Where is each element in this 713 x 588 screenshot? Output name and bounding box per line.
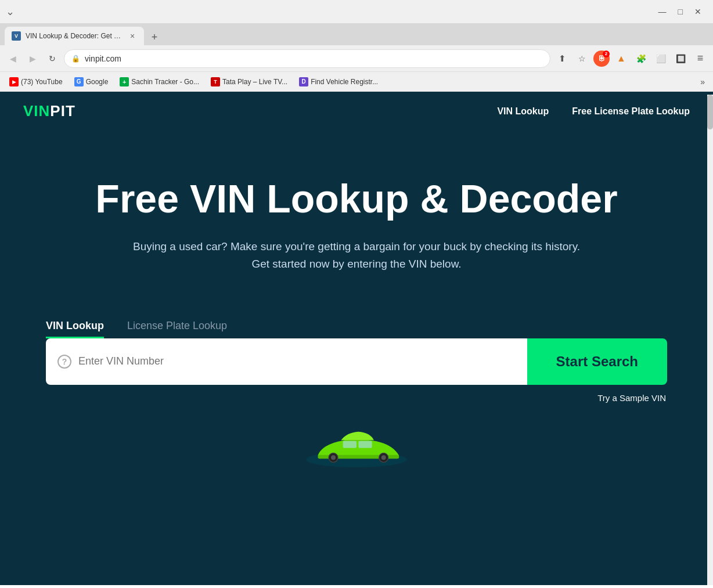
website-content: VINPIT VIN Lookup Free License Plate Loo… bbox=[0, 92, 713, 585]
hero-subtitle: Buying a used car? Make sure you're gett… bbox=[130, 238, 583, 273]
lock-icon: 🔒 bbox=[71, 55, 80, 63]
window-maximize-btn[interactable]: □ bbox=[678, 7, 683, 16]
bookmark-find[interactable]: D Find Vehicle Registr... bbox=[294, 75, 383, 89]
logo-vin: VIN bbox=[23, 102, 50, 120]
url-bar[interactable]: 🔒 vinpit.com bbox=[64, 49, 550, 68]
try-sample-section: Try a Sample VIN bbox=[46, 393, 666, 403]
bookmark-tata-label: Tata Play – Live TV... bbox=[222, 78, 287, 86]
window-close-btn[interactable]: ✕ bbox=[694, 7, 701, 16]
scrollbar-thumb[interactable] bbox=[707, 95, 713, 129]
svg-point-5 bbox=[381, 455, 386, 460]
bookmark-google-label: Google bbox=[86, 78, 109, 86]
scrollbar[interactable] bbox=[707, 95, 713, 585]
title-bar: ⌄ — □ ✕ bbox=[0, 0, 713, 23]
start-search-button[interactable]: Start Search bbox=[527, 338, 667, 385]
bookmarks-more-btn[interactable]: » bbox=[697, 75, 708, 89]
back-btn[interactable]: ◀ bbox=[5, 50, 21, 67]
nav-free-lookup[interactable]: Free License Plate Lookup bbox=[572, 106, 690, 117]
bookmark-sachin-label: Sachin Tracker - Go... bbox=[131, 78, 199, 86]
bookmark-sachin[interactable]: + Sachin Tracker - Go... bbox=[115, 75, 204, 89]
bookmark-google[interactable]: G Google bbox=[70, 75, 113, 89]
share-btn[interactable]: ⬆ bbox=[554, 50, 570, 67]
bookmark-youtube[interactable]: ▶ (73) YouTube bbox=[5, 75, 67, 89]
window-restore-btn[interactable]: ⌄ bbox=[6, 5, 15, 18]
bookmarks-bar: ▶ (73) YouTube G Google + Sachin Tracker… bbox=[0, 72, 713, 92]
active-tab[interactable]: V VIN Lookup & Decoder: Get Free... × bbox=[5, 27, 144, 45]
reload-btn[interactable]: ↻ bbox=[44, 50, 60, 67]
car-image-area bbox=[0, 415, 713, 473]
topaz-btn[interactable]: ▲ bbox=[613, 50, 629, 67]
menu-btn[interactable]: ≡ bbox=[692, 50, 708, 67]
sachin-favicon: + bbox=[120, 77, 129, 86]
bookmark-find-label: Find Vehicle Registr... bbox=[311, 78, 378, 86]
extensions-btn[interactable]: 🧩 bbox=[633, 50, 649, 67]
search-box: ? Start Search bbox=[46, 338, 667, 385]
tab-favicon: V bbox=[12, 31, 21, 41]
svg-rect-6 bbox=[343, 441, 356, 448]
search-help-icon[interactable]: ? bbox=[57, 355, 71, 369]
tab-close-btn[interactable]: × bbox=[128, 31, 137, 41]
car-image bbox=[298, 415, 415, 473]
search-tabs: VIN Lookup License Plate Lookup bbox=[46, 320, 667, 338]
tab-plate-lookup[interactable]: License Plate Lookup bbox=[127, 320, 227, 338]
svg-rect-7 bbox=[358, 441, 372, 448]
new-tab-btn[interactable]: + bbox=[146, 29, 163, 45]
google-favicon: G bbox=[74, 77, 84, 86]
brave-badge: 2 bbox=[603, 50, 610, 57]
tab-vin-lookup[interactable]: VIN Lookup bbox=[46, 320, 104, 338]
nav-vin-lookup[interactable]: VIN Lookup bbox=[497, 106, 549, 117]
brave-shield-btn[interactable]: ⛨ 2 bbox=[593, 50, 610, 67]
search-section: VIN Lookup License Plate Lookup ? Start … bbox=[23, 308, 690, 403]
svg-point-3 bbox=[331, 455, 336, 460]
hero-section: Free VIN Lookup & Decoder Buying a used … bbox=[0, 131, 713, 308]
vin-input[interactable] bbox=[78, 355, 516, 367]
wallet-btn[interactable]: 🔲 bbox=[672, 50, 689, 67]
browser-window: ⌄ — □ ✕ V VIN Lookup & Decoder: Get Free… bbox=[0, 0, 713, 585]
window-minimize-btn[interactable]: — bbox=[658, 7, 667, 16]
nav-links: VIN Lookup Free License Plate Lookup bbox=[497, 106, 690, 117]
tab-bar: V VIN Lookup & Decoder: Get Free... × + bbox=[0, 23, 713, 45]
search-input-wrap: ? bbox=[46, 338, 527, 385]
forward-btn[interactable]: ▶ bbox=[24, 50, 41, 67]
url-text: vinpit.com bbox=[85, 54, 121, 63]
logo-pit: PIT bbox=[50, 102, 75, 120]
youtube-favicon: ▶ bbox=[9, 77, 19, 86]
find-favicon: D bbox=[299, 77, 308, 86]
bookmark-tata[interactable]: T Tata Play – Live TV... bbox=[206, 75, 292, 89]
site-logo[interactable]: VINPIT bbox=[23, 102, 75, 120]
bookmark-youtube-label: (73) YouTube bbox=[21, 78, 63, 86]
tab-title: VIN Lookup & Decoder: Get Free... bbox=[26, 32, 123, 40]
hero-title: Free VIN Lookup & Decoder bbox=[23, 177, 690, 221]
sidebar-btn[interactable]: ⬜ bbox=[653, 50, 669, 67]
site-nav: VINPIT VIN Lookup Free License Plate Loo… bbox=[0, 92, 713, 131]
address-bar: ◀ ▶ ↻ 🔒 vinpit.com ⬆ ☆ ⛨ 2 ▲ 🧩 ⬜ 🔲 ≡ bbox=[0, 45, 713, 72]
tata-favicon: T bbox=[211, 77, 220, 86]
bookmark-btn[interactable]: ☆ bbox=[574, 50, 590, 67]
try-sample-link[interactable]: Try a Sample VIN bbox=[597, 393, 666, 403]
